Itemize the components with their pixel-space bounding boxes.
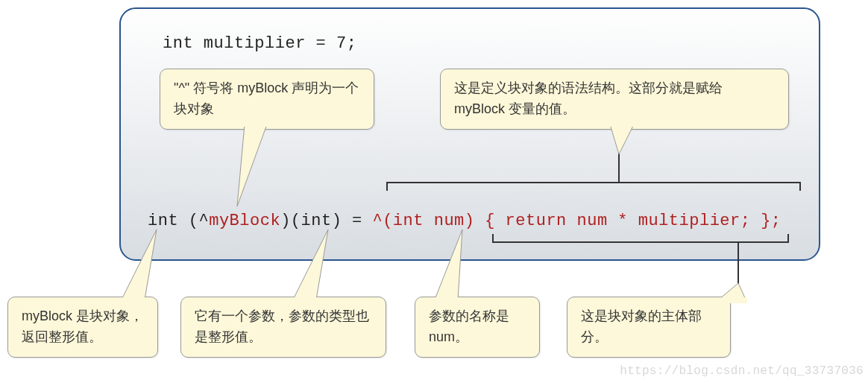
pointer-return-type [119,230,164,301]
callout-body-text: 这是块对象的主体部分。 [581,308,702,344]
callout-return-type: myBlock 是块对象，返回整形值。 [7,297,158,358]
callout-body: 这是块对象的主体部分。 [567,297,731,358]
code-panel: int multiplier = 7; int (^myBlock)(int) … [119,7,820,261]
svg-marker-3 [610,124,634,154]
svg-marker-6 [435,230,462,300]
code-seg-paren-assign: )(int) = [280,212,372,230]
code-seg-myblock: myBlock [209,212,280,230]
callout-caret-text: "^" 符号将 myBlock 声明为一个块对象 [174,80,359,116]
code-seg-brace-open: { [475,212,506,230]
svg-marker-5 [293,230,328,300]
svg-marker-4 [122,230,157,300]
seam-cover-caret [243,119,270,127]
callout-param-name-text: 参数的名称是 num。 [429,308,509,344]
seam-cover-return [119,297,148,303]
svg-marker-2 [237,124,267,206]
callout-return-type-text: myBlock 是块对象，返回整形值。 [22,308,143,344]
seam-cover-syntax [608,119,637,127]
bracket-bottom-stem [737,243,740,289]
code-seg-return: return num * multiplier; [506,212,751,230]
code-line-2: int (^myBlock)(int) = ^(int num) { retur… [148,212,781,230]
pointer-caret [237,124,274,208]
callout-param-type: 它有一个参数，参数的类型也是整形值。 [180,297,386,358]
callout-syntax-text: 这是定义块对象的语法结构。这部分就是赋给 myBlock 变量的值。 [454,80,723,116]
code-seg-int-caret: int (^ [148,212,209,230]
code-seg-lambda-head: ^(int num) [372,212,474,230]
bracket-block-expr [386,182,801,191]
pointer-syntax [604,124,641,156]
pointer-param-type [291,230,336,301]
seam-cover-param-name [433,297,461,303]
pointer-param-name [433,230,477,301]
seam-cover-param-type [291,297,319,303]
callout-param-type-text: 它有一个参数，参数的类型也是整形值。 [195,308,369,344]
bracket-body [492,234,789,243]
code-seg-brace-close: }; [750,212,781,230]
callout-param-name: 参数的名称是 num。 [415,297,540,358]
code-line-1: int multiplier = 7; [163,34,792,53]
seam-cover-body [717,297,747,303]
watermark: https://blog.csdn.net/qq_33737036 [620,364,864,378]
